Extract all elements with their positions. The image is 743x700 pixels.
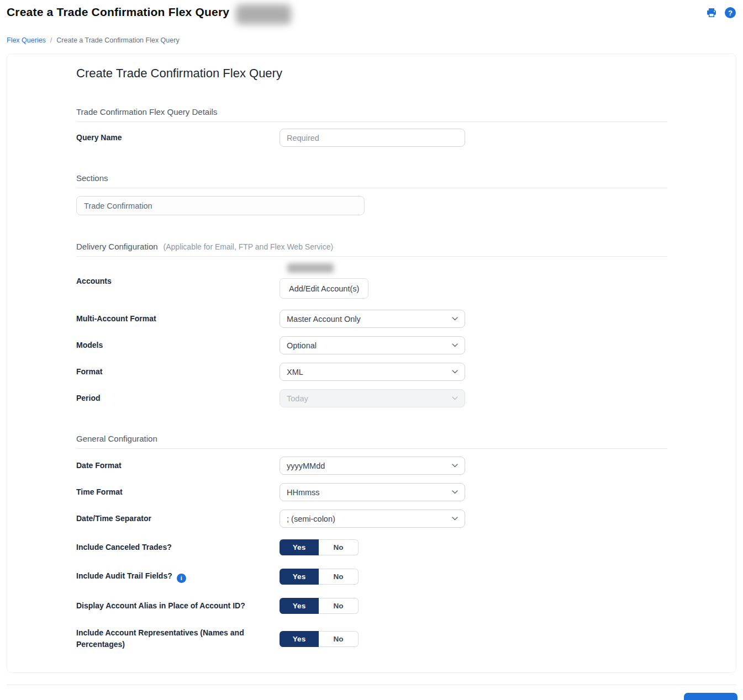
time-format-select[interactable]: HHmmss [280, 483, 465, 501]
info-icon[interactable]: i [177, 574, 186, 583]
section-delivery-title: Delivery Configuration (Applicable for E… [76, 242, 667, 257]
footer: Continue [0, 685, 743, 700]
chevron-down-icon [452, 317, 458, 321]
include-account-representatives-row: Include Account Representatives (Names a… [76, 627, 667, 650]
breadcrumb-current: Create a Trade Confirmation Flex Query [56, 36, 179, 44]
date-format-select[interactable]: yyyyMMdd [280, 457, 465, 475]
breadcrumb: Flex Queries / Create a Trade Confirmati… [0, 24, 743, 44]
models-row: Models Optional [76, 336, 667, 354]
delivery-applicability-note: (Applicable for Email, FTP and Flex Web … [164, 242, 334, 251]
form-heading: Create Trade Confirmation Flex Query [76, 66, 667, 81]
format-row: Format XML [76, 363, 667, 381]
accounts-row: Accounts Add/Edit Account(s) [76, 263, 667, 299]
chevron-down-icon [452, 464, 458, 468]
chevron-down-icon [452, 370, 458, 374]
include-audit-trail-toggle[interactable]: Yes No [280, 569, 359, 585]
format-select[interactable]: XML [280, 363, 465, 381]
date-format-row: Date Format yyyyMMdd [76, 457, 667, 475]
help-icon[interactable]: ? [724, 7, 736, 19]
chevron-down-icon [452, 490, 458, 494]
toggle-no-option[interactable]: No [319, 569, 359, 585]
accounts-label: Accounts [76, 275, 280, 287]
print-icon[interactable] [705, 7, 718, 19]
chevron-down-icon [452, 343, 458, 347]
add-edit-accounts-button[interactable]: Add/Edit Account(s) [280, 278, 368, 299]
include-account-representatives-toggle[interactable]: Yes No [280, 631, 359, 647]
section-sections-title: Sections [76, 173, 667, 188]
breadcrumb-link-flex-queries[interactable]: Flex Queries [7, 36, 46, 44]
section-general-title: General Configuration [76, 434, 667, 449]
display-account-alias-row: Display Account Alias in Place of Accoun… [76, 598, 667, 614]
flex-query-form-card: Create Trade Confirmation Flex Query Tra… [7, 54, 736, 673]
toggle-no-option[interactable]: No [319, 598, 359, 614]
query-name-input[interactable] [280, 129, 465, 147]
toggle-yes-option[interactable]: Yes [280, 598, 319, 614]
include-audit-trail-row: Include Audit Trail Fields?i Yes No [76, 569, 667, 585]
multi-account-format-select[interactable]: Master Account Only [280, 310, 465, 328]
datetime-separator-row: Date/Time Separator ; (semi-colon) [76, 510, 667, 528]
include-canceled-trades-row: Include Canceled Trades? Yes No [76, 539, 667, 555]
breadcrumb-separator: / [50, 36, 52, 44]
chevron-down-icon [452, 396, 458, 400]
redacted-account-id [236, 4, 291, 24]
toggle-yes-option[interactable]: Yes [280, 539, 319, 555]
chevron-down-icon [452, 517, 458, 521]
period-row: Period Today [76, 389, 667, 407]
page-header: Create a Trade Confirmation Flex Query ? [0, 0, 743, 24]
include-canceled-trades-toggle[interactable]: Yes No [280, 539, 359, 555]
section-details-title: Trade Confirmation Flex Query Details [76, 107, 667, 122]
query-name-label: Query Name [76, 132, 280, 144]
period-select: Today [280, 389, 465, 407]
toggle-no-option[interactable]: No [319, 539, 359, 555]
sections-selector[interactable]: Trade Confirmation [76, 196, 365, 215]
continue-button[interactable]: Continue [684, 693, 737, 700]
toggle-no-option[interactable]: No [319, 631, 359, 647]
multi-account-format-row: Multi-Account Format Master Account Only [76, 310, 667, 328]
query-name-row: Query Name [76, 129, 667, 147]
datetime-separator-select[interactable]: ; (semi-colon) [280, 510, 465, 528]
toggle-yes-option[interactable]: Yes [280, 569, 319, 585]
sections-selected-value: Trade Confirmation [84, 201, 152, 210]
display-account-alias-toggle[interactable]: Yes No [280, 598, 359, 614]
time-format-row: Time Format HHmmss [76, 483, 667, 501]
models-select[interactable]: Optional [280, 336, 465, 354]
page-title: Create a Trade Confirmation Flex Query [7, 4, 229, 19]
toggle-yes-option[interactable]: Yes [280, 631, 319, 647]
redacted-account-number [287, 263, 334, 273]
